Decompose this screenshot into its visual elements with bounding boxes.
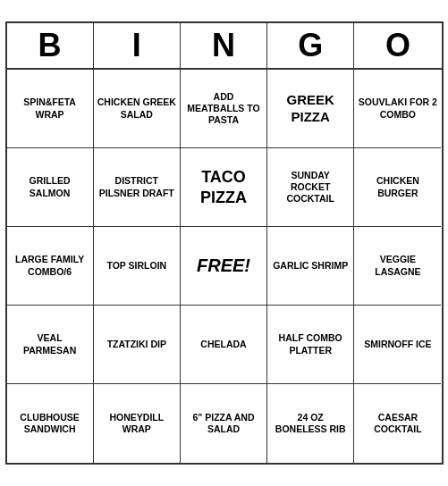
bingo-cell: Free!: [181, 227, 267, 306]
bingo-cell: GARLIC SHRIMP: [267, 227, 354, 306]
bingo-cell: CHELADA: [181, 306, 267, 384]
bingo-letter: G: [267, 23, 354, 68]
bingo-cell: 24 OZ BONELESS RIB: [267, 384, 354, 463]
bingo-cell: ADD MEATBALLS TO PASTA: [181, 70, 267, 148]
bingo-cell: CHICKEN BURGER: [354, 148, 441, 227]
bingo-cell: SUNDAY ROCKET COCKTAIL: [267, 148, 354, 227]
bingo-cell: TOP SIRLOIN: [94, 227, 181, 306]
bingo-cell: TACO PIZZA: [181, 148, 267, 227]
bingo-cell: 6" PIZZA AND SALAD: [181, 384, 267, 463]
bingo-cell: VEAL PARMESAN: [7, 306, 94, 384]
bingo-cell: GRILLED SALMON: [7, 148, 94, 227]
bingo-cell: HALF COMBO PLATTER: [267, 306, 354, 384]
bingo-letter: B: [7, 23, 94, 68]
bingo-cell: CAESAR COCKTAIL: [354, 384, 441, 463]
bingo-cell: GREEK PIZZA: [267, 70, 354, 148]
bingo-cell: CHICKEN GREEK SALAD: [94, 70, 181, 148]
bingo-cell: CLUBHOUSE SANDWICH: [7, 384, 94, 463]
bingo-letter: O: [354, 23, 441, 68]
bingo-cell: SPIN&FETA WRAP: [7, 70, 94, 148]
bingo-cell: SMIRNOFF ICE: [354, 306, 441, 384]
bingo-grid: SPIN&FETA WRAPCHICKEN GREEK SALADADD MEA…: [7, 70, 442, 463]
bingo-cell: TZATZIKI DIP: [94, 306, 181, 384]
bingo-letter: I: [94, 23, 181, 68]
bingo-cell: LARGE FAMILY COMBO/6: [7, 227, 94, 306]
bingo-cell: VEGGIE LASAGNE: [354, 227, 441, 306]
bingo-cell: DISTRICT PILSNER DRAFT: [94, 148, 181, 227]
bingo-cell: HONEYDILL WRAP: [94, 384, 181, 463]
bingo-cell: SOUVLAKI FOR 2 COMBO: [354, 70, 441, 148]
bingo-header: BINGO: [7, 23, 442, 70]
bingo-letter: N: [181, 23, 267, 68]
bingo-card: BINGO SPIN&FETA WRAPCHICKEN GREEK SALADA…: [5, 21, 444, 465]
